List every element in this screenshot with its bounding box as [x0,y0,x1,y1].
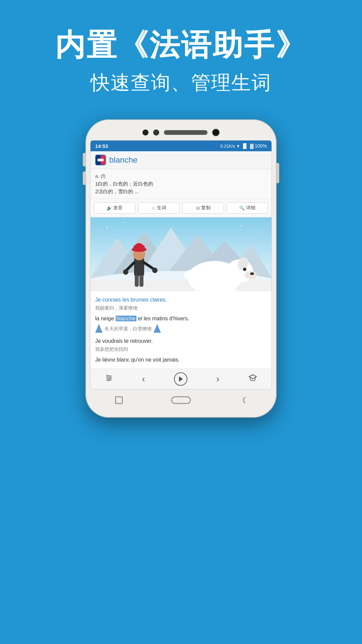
detail-button[interactable]: 🔍 详细 [227,202,268,214]
recent-apps-button[interactable] [113,394,125,406]
svg-rect-46 [116,397,122,404]
play-icon [179,376,183,382]
speaker-grill [164,130,207,135]
svg-point-44 [110,377,111,379]
phone-screen: 14:53 0.21K/s ▾ ▐▌ ▓ 100% blanche [90,140,272,389]
svg-point-45 [108,379,109,381]
svg-marker-39 [154,324,161,333]
definition-area: a. (f) 1白的，白色的；近白色的 2洁白的，雪白的 ... [90,169,272,199]
sentence-2-fr: la neige blanche et les matins d'hivers. [95,315,267,323]
svg-point-34 [107,227,108,228]
volume-down-button [83,171,85,185]
status-time: 14:53 [95,143,108,149]
speaker-icon: 🔊 [107,206,112,211]
pronounce-button[interactable]: 🔊 发音 [94,202,135,214]
next-button[interactable]: › [216,374,219,384]
wifi-icon: ▾ [237,143,239,149]
top-subtitle: 快速查询、管理生词 [0,70,362,96]
app-header: blanche [90,151,272,169]
vocabulary-label: 生词 [157,205,166,211]
snow-image-area [90,217,272,291]
svg-point-21 [123,269,128,275]
svg-point-16 [136,243,142,247]
status-bar: 14:53 0.21K/s ▾ ▐▌ ▓ 100% [90,141,272,151]
phone-frame: 14:53 0.21K/s ▾ ▐▌ ▓ 100% blanche [85,119,277,418]
svg-rect-11 [90,281,272,291]
top-title: 内置《法语助手》 [0,27,362,63]
phone-top-bar [90,129,272,136]
svg-rect-12 [134,258,144,276]
sentence-1-zh: 我能看到，薄雾缭绕 [95,305,267,311]
sentence-2-zh: 冬天的早晨，白雪缭绕 [95,324,267,334]
top-section: 内置《法语助手》 快速查询、管理生词 [0,0,362,109]
arrow-right [154,324,161,334]
svg-point-28 [243,268,246,271]
network-speed: 0.21K/s [220,144,235,149]
app-logo [95,155,106,165]
phone-bottom-bar [90,389,272,408]
action-buttons: 🔊 发音 ☆ 生词 ⊟ 复制 🔍 详细 [90,199,272,217]
svg-point-27 [250,272,254,275]
battery-icon: ▓ 100% [250,143,267,149]
playback-bar: ‹ › [90,369,272,389]
back-button[interactable] [237,394,249,406]
learn-button[interactable] [248,374,257,384]
search-icon: 🔍 [239,206,245,211]
copy-button[interactable]: ⊟ 复制 [182,202,224,214]
svg-point-36 [241,225,242,226]
svg-point-26 [245,271,257,279]
svg-point-35 [124,222,125,223]
camera-dot-1 [142,129,148,136]
power-button [277,163,279,183]
status-right: 0.21K/s ▾ ▐▌ ▓ 100% [220,143,267,149]
signal-icon: ▐▌ [241,143,248,149]
definition-line2: 2洁白的，雪白的 ... [95,188,267,196]
sentence-1-fr: Je connais les brumes claires. [95,296,267,304]
snow-scene-svg [90,217,272,291]
svg-rect-20 [139,275,143,287]
svg-rect-19 [135,275,139,287]
prev-button[interactable]: ‹ [142,374,145,384]
sentence-4-fr: Je lièvre blanc qu'on ne voit jamais. [95,356,267,364]
sentence-3-zh: 我多想把你找到 [95,346,267,353]
svg-point-22 [152,268,158,273]
vocabulary-button[interactable]: ☆ 生词 [138,202,180,214]
settings-button[interactable] [105,374,113,384]
arrow-left [95,324,103,334]
volume-up-button [83,153,85,166]
front-camera [212,129,220,136]
copy-label: 复制 [201,205,210,211]
play-button[interactable] [174,372,187,386]
copy-icon: ⊟ [196,206,200,211]
pronounce-label: 发音 [113,205,123,211]
svg-point-43 [107,375,109,377]
camera-dot-2 [153,129,159,136]
star-icon: ☆ [152,206,156,211]
svg-marker-38 [95,324,103,333]
svg-rect-47 [172,397,190,404]
svg-rect-2 [98,159,104,161]
sentences-area: Je connais les brumes claires. 我能看到，薄雾缭绕… [90,291,272,369]
definition-type: a. (f) [95,173,267,179]
svg-point-37 [258,232,259,233]
search-word: blanche [109,155,137,165]
definition-line1: 1白的，白色的；近白色的 [95,180,267,188]
home-button[interactable] [171,394,191,406]
detail-label: 详细 [246,205,255,211]
phone-wrapper: 14:53 0.21K/s ▾ ▐▌ ▓ 100% blanche [0,119,362,418]
sentence-3-fr: Je voudrais te retrouver. [95,337,267,345]
highlight-blanche: blanche [116,316,136,321]
